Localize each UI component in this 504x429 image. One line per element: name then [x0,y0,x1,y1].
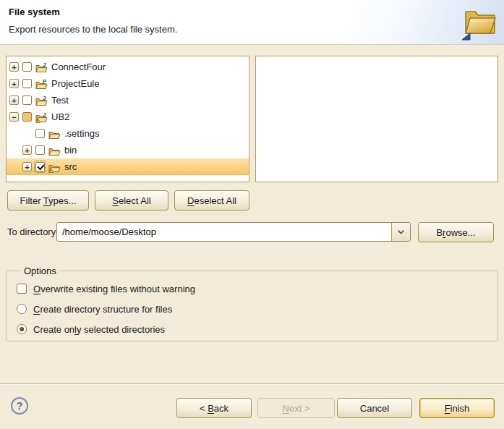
expand-toggle-icon[interactable]: + [9,62,19,72]
tree-item-label: src [64,161,77,172]
footer-separator [0,383,504,385]
tree-item-ub2[interactable]: − J UB2 [7,109,249,125]
tree-item-settings[interactable]: .settings [7,125,249,142]
tree-item-label: bin [64,145,77,156]
tree-item-label: Test [51,95,69,106]
tree-checkbox-grayed[interactable] [22,112,32,122]
tree-item-label: ConnectFour [51,61,106,72]
question-mark-icon: ? [17,400,23,412]
options-group: Options Overwrite existing files without… [6,266,498,341]
destination-input[interactable] [57,223,391,241]
option-label: Create only selected directories [33,324,165,335]
expand-toggle-icon[interactable]: + [9,95,19,105]
option-only-selected[interactable]: Create only selected directories [17,319,497,339]
expand-toggle-icon[interactable]: + [9,79,19,88]
resource-tree[interactable]: + J ConnectFour + P ProjectEule + J Test… [6,56,249,182]
tree-item-label: UB2 [51,111,69,122]
folder-icon [48,145,61,156]
folder-icon [48,128,61,140]
cancel-button[interactable]: Cancel [337,398,412,418]
tree-checkbox[interactable] [35,129,45,138]
deselect-all-button[interactable]: Deselect All [174,190,249,211]
filter-types-button[interactable]: Filter Types... [7,190,89,211]
svg-text:J: J [43,95,46,101]
tree-item-test[interactable]: + J Test [7,92,249,109]
page-title: File system [9,7,60,17]
tree-checkbox-checked[interactable] [35,162,45,171]
project-icon: P [35,78,48,90]
tree-item-connectfour[interactable]: + J ConnectFour [7,59,249,75]
next-button-disabled: Next > [257,398,335,418]
page-description: Export resources to the local file syste… [9,24,177,35]
svg-text:J: J [43,61,46,68]
browse-button[interactable]: Browse... [418,222,494,242]
back-button[interactable]: < Back [176,398,252,418]
java-project-warning-icon: J [35,111,48,123]
wizard-banner: File system Export resources to the loca… [0,0,504,45]
only-selected-radio-selected[interactable] [17,324,27,334]
export-file-system-dialog: File system Export resources to the loca… [0,0,504,429]
collapse-toggle-icon[interactable]: − [9,112,19,122]
tree-checkbox[interactable] [22,95,32,105]
option-label: Create directory structure for files [33,304,172,315]
svg-text:P: P [43,78,47,85]
dropdown-arrow-button[interactable] [391,223,410,241]
tree-checkbox[interactable] [22,79,32,88]
expand-toggle-icon[interactable]: + [22,145,32,155]
option-directory-structure[interactable]: Create directory structure for files [17,299,497,319]
java-project-icon: J [35,95,48,106]
overwrite-checkbox[interactable] [17,284,27,294]
folder-warning-icon [48,161,61,173]
tree-action-row: Filter Types... Select All Deselect All [7,190,249,211]
destination-combo[interactable] [56,222,411,242]
select-all-button[interactable]: Select All [95,190,168,211]
tree-item-label: .settings [64,128,99,139]
options-legend: Options [21,266,59,276]
option-overwrite[interactable]: Overwrite existing files without warning [17,279,497,299]
export-folder-icon [460,2,500,43]
file-list-panel[interactable] [255,56,498,182]
option-label: Overwrite existing files without warning [33,284,195,294]
tree-item-bin[interactable]: + bin [7,142,249,158]
finish-button[interactable]: Finish [419,398,495,418]
help-button[interactable]: ? [11,397,28,415]
tree-item-projecteule[interactable]: + P ProjectEule [7,75,249,92]
directory-structure-radio[interactable] [17,304,27,314]
tree-item-label: ProjectEule [51,78,99,89]
expand-toggle-icon[interactable]: + [22,162,32,171]
chevron-down-icon [397,229,405,234]
tree-checkbox[interactable] [22,62,32,72]
tree-item-src-selected[interactable]: + src [7,158,249,175]
tree-checkbox[interactable] [35,145,45,155]
to-directory-label: To directory: [7,222,59,242]
java-project-icon: J [35,61,48,73]
svg-text:J: J [43,111,46,118]
